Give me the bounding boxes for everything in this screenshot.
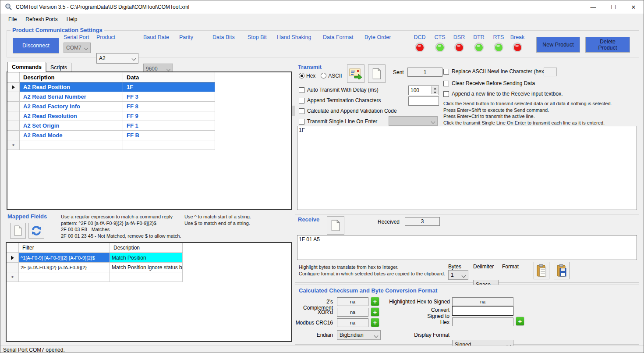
mapped-fields-new-button[interactable] [10,223,26,239]
delete-product-button[interactable]: Delete Product [585,37,630,53]
mapped-fields-refresh-button[interactable] [28,223,44,239]
sent-label: Sent [393,69,404,75]
rts-led-icon [495,44,502,51]
sent-count-field: 1 [407,68,442,77]
append-termination-checkbox[interactable]: Append Termination Characters [299,97,381,103]
replace-newline-checkbox[interactable]: Replace ASCII NewLine Character (hex) [443,68,546,75]
match-highlight-cell: Match Position [110,253,183,263]
window-title: COMTool Version 3.5 - C:\ProgramData\US … [16,4,189,10]
maximize-button[interactable]: ☐ [603,0,623,14]
mapped-fields-title: Mapped Fields [7,213,47,220]
highlighted-hex-field: na [452,297,513,306]
transmit-group: Transmit Hex ASCII Sent 1 Replace ASCII … [295,62,639,212]
twos-complement-copy-button[interactable]: + [371,297,379,306]
convert-signed-input[interactable] [452,306,513,316]
transmit-clear-button[interactable] [368,64,386,83]
table-row[interactable]: A2 Read Position 1F [7,82,291,92]
checksum-title: Calculated Checksum and Byte Conversion … [299,287,437,294]
new-row[interactable]: * [7,140,291,150]
single-line-checkbox[interactable]: Transmit Single Line On Enter [299,118,377,125]
cts-led-icon [436,44,444,51]
table-row[interactable]: A2 Read Mode FF B [7,131,291,140]
rts-indicator: RTS [489,34,508,52]
title-bar: COMTool Version 3.5 - C:\ProgramData\US … [0,0,644,14]
transmit-data-textarea[interactable]: 1F [297,126,637,210]
spin-down-icon[interactable] [432,90,438,94]
bytes-select[interactable]: 1 [448,270,468,280]
menu-refresh-ports[interactable]: Refresh Ports [21,14,62,24]
new-document-icon [14,225,22,236]
clear-receive-checkbox[interactable]: Clear Receive Before Sending Data [443,80,535,86]
receive-title: Receive [298,216,319,223]
hex-radio[interactable]: Hex [299,73,315,79]
replace-newline-field[interactable] [544,68,557,76]
xord-copy-button[interactable]: + [371,307,379,317]
header-data: Data [123,72,215,82]
validation-code-checkbox[interactable]: Calculate and Append Validation Code [299,108,397,114]
close-button[interactable]: ✕ [623,0,644,14]
table-row[interactable]: 2F [a-fA-F0-9]{2} [a-fA-F0-9]{2} Match P… [7,263,291,272]
save-clipboard-button[interactable] [554,262,570,279]
format-label: Format [502,264,519,270]
clipboard-save-icon [556,264,567,277]
disconnect-button[interactable]: Disconnect [13,38,59,53]
cts-indicator: CTS [430,34,449,52]
tab-scripts[interactable]: Scripts [46,63,71,72]
received-label: Received [378,219,400,225]
xord-label: XOR'd [295,309,333,315]
current-row-arrow-icon [11,256,14,260]
new-document-icon [331,220,340,231]
product-label: Product [96,34,115,40]
menu-bar: File Refresh Ports Help [0,14,644,25]
parity-label: Parity [179,34,193,40]
auto-transmit-delay-spinner[interactable]: 100 [408,86,439,95]
menu-help[interactable]: Help [62,14,82,24]
table-row[interactable]: A2 Read Factory Info FF 8 [7,102,291,111]
receive-hint-text: Highlight bytes to translate from hex to… [299,264,446,277]
table-row[interactable]: ^1[A-F0-9] [A-F0-9]{2} [A-F0-9]{2}$ Matc… [7,253,291,263]
dcd-indicator: DCD [410,34,429,52]
current-row-arrow-icon [12,85,15,89]
receive-clear-button[interactable] [327,216,344,235]
header-description: Description [110,243,183,253]
receive-data-textarea[interactable]: 1F 01 A5 [297,235,637,260]
spin-up-icon[interactable] [432,86,438,90]
product-select[interactable]: A2 [96,53,138,64]
comtool-window: COMTool Version 3.5 - C:\ProgramData\US … [0,0,644,353]
header-filter: Filter [19,243,110,253]
modbus-crc16-field: na [337,318,368,327]
new-row[interactable]: * [7,272,291,282]
settings-group-title: Product Communication Settings [11,27,104,33]
endian-select[interactable]: BigEndian [337,330,381,340]
minimize-button[interactable]: — [583,0,603,14]
new-row-icon: * [11,276,14,280]
copy-to-clipboard-button[interactable] [534,262,549,279]
tab-commands[interactable]: Commands [7,62,46,72]
new-product-button[interactable]: New Product [536,37,580,53]
refresh-icon [31,225,42,236]
modbus-crc16-label: Modbus CRC16 [295,320,333,326]
modbus-crc16-copy-button[interactable]: + [371,318,379,327]
validation-code-select[interactable] [389,116,438,126]
header-description: Description [20,72,123,82]
mapped-fields-grid-panel: Filter Description ^1[A-F0-9] [A-F0-9]{2… [6,242,292,342]
status-bar: Serial Port COM7 opened. [0,346,644,353]
table-row[interactable]: A2 Set Origin FF 1 [7,121,291,131]
product-communication-settings-group: Product Communication Settings Disconnec… [7,30,639,57]
append-newline-checkbox[interactable]: Append a new line to the Receive input t… [443,91,563,97]
ascii-radio[interactable]: ASCII [321,73,342,79]
commands-grid-header: Description Data [7,72,291,82]
serial-port-select[interactable]: COM7 [64,43,91,53]
table-row[interactable]: A2 Read Serial Number FF 3 [7,92,291,102]
clipboard-paste-icon [536,264,547,277]
send-mail-icon [349,68,362,79]
menu-file[interactable]: File [4,14,21,24]
convert-copy-button[interactable]: + [516,317,524,326]
header-row-selector [7,72,20,82]
send-button[interactable] [347,64,364,83]
termination-chars-field[interactable] [408,96,439,106]
table-row[interactable]: A2 Read Resolution FF 9 [7,111,291,121]
display-format-label: Display Format [400,332,449,338]
auto-transmit-checkbox[interactable]: Auto Transmit With Delay (ms) [299,87,379,93]
new-row-icon: * [12,144,15,148]
